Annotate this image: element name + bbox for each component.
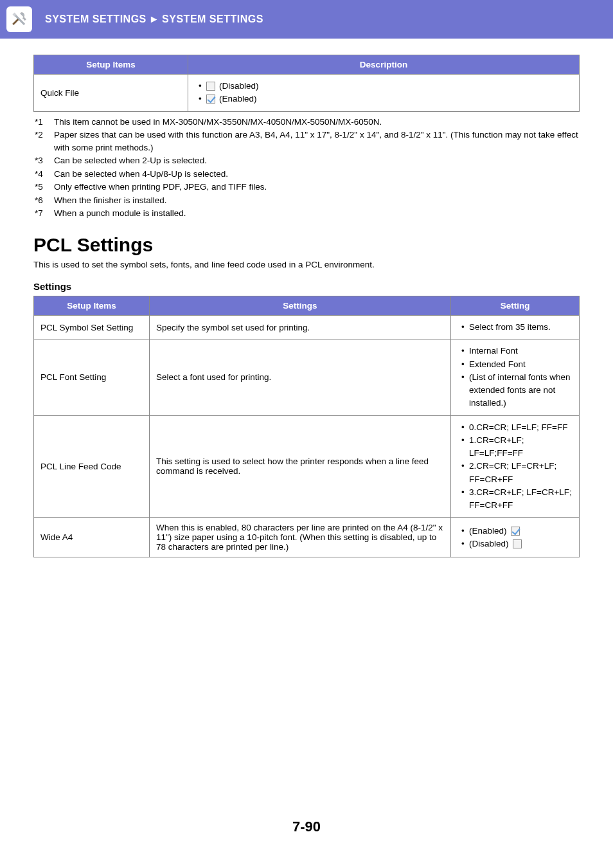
tools-icon <box>6 6 32 32</box>
setting-value: Internal Font <box>461 345 573 357</box>
setting-value: Extended Font <box>461 358 573 371</box>
table-row: Wide A4 When this is enabled, 80 charact… <box>34 518 580 557</box>
pcl-symbol-set-label: PCL Symbol Set Setting <box>34 316 150 339</box>
pcl-symbol-set-desc: Specify the symbol set used for printing… <box>150 316 451 339</box>
setting-value: 3.CR=CR+LF; LF=CR+LF; FF=CR+FF <box>461 486 573 512</box>
fn-marker: *2 <box>35 129 48 154</box>
quick-file-table: Setup Items Description Quick File (Disa… <box>33 55 580 112</box>
table-row: PCL Line Feed Code This setting is used … <box>34 415 580 518</box>
fn-text: This item cannot be used in MX-3050N/MX-… <box>54 116 382 129</box>
fn-marker: *3 <box>35 154 48 167</box>
option-enabled-label: (Enabled) <box>469 525 507 538</box>
setting-value: 1.CR=CR+LF; LF=LF;FF=FF <box>461 434 573 460</box>
pcl-line-feed-setting: 0.CR=CR; LF=LF; FF=FF 1.CR=CR+LF; LF=LF;… <box>451 415 580 518</box>
settings-subheading: Settings <box>33 281 580 292</box>
pcl-settings-title: PCL Settings <box>33 234 580 256</box>
checkbox-unchecked-icon <box>206 82 215 91</box>
col-settings: Settings <box>150 296 451 316</box>
wide-a4-label: Wide A4 <box>34 518 150 557</box>
option-disabled: (Disabled) <box>461 538 573 550</box>
fn-text: When the finisher is installed. <box>54 194 167 207</box>
table-row: Quick File (Disabled) (Enabled) <box>34 75 580 112</box>
fn-marker: *7 <box>35 207 48 220</box>
pcl-font-desc: Select a font used for printing. <box>150 339 451 415</box>
setting-value: (List of internal fonts when extended fo… <box>461 371 573 410</box>
col-setup-items: Setup Items <box>34 55 188 75</box>
pcl-symbol-set-setting: Select from 35 items. <box>451 316 580 339</box>
breadcrumb-arrow-icon: ► <box>149 14 159 25</box>
col-description: Description <box>188 55 580 75</box>
wide-a4-desc: When this is enabled, 80 characters per … <box>150 518 451 557</box>
fn-text: Paper sizes that can be used with this f… <box>54 129 580 154</box>
option-disabled-label: (Disabled) <box>219 80 259 93</box>
checkbox-checked-icon <box>511 527 520 536</box>
setting-value: 2.CR=CR; LF=CR+LF; FF=CR+FF <box>461 460 573 486</box>
quick-file-label: Quick File <box>34 75 188 112</box>
pcl-settings-intro: This is used to set the symbol sets, fon… <box>33 260 580 269</box>
col-setup-items: Setup Items <box>34 296 150 316</box>
pcl-font-label: PCL Font Setting <box>34 339 150 415</box>
setting-value: Select from 35 items. <box>461 321 573 334</box>
checkbox-checked-icon <box>206 95 215 104</box>
option-enabled-label: (Enabled) <box>219 93 257 105</box>
fn-text: Can be selected when 2-Up is selected. <box>54 154 207 167</box>
pcl-line-feed-desc: This setting is used to select how the p… <box>150 415 451 518</box>
table-row: PCL Font Setting Select a font used for … <box>34 339 580 415</box>
breadcrumb-part-1: SYSTEM SETTINGS <box>45 14 147 24</box>
pcl-font-setting: Internal Font Extended Font (List of int… <box>451 339 580 415</box>
pcl-settings-table: Setup Items Settings Setting PCL Symbol … <box>33 296 580 557</box>
quick-file-options: (Disabled) (Enabled) <box>188 75 580 112</box>
setting-value: 0.CR=CR; LF=LF; FF=FF <box>461 421 573 434</box>
page-content: Setup Items Description Quick File (Disa… <box>0 39 613 574</box>
pcl-line-feed-label: PCL Line Feed Code <box>34 415 150 518</box>
header-bar: SYSTEM SETTINGS►SYSTEM SETTINGS <box>0 0 613 39</box>
fn-marker: *4 <box>35 168 48 181</box>
option-disabled-label: (Disabled) <box>469 538 509 550</box>
page-number: 7-90 <box>0 818 613 848</box>
wide-a4-setting: (Enabled) (Disabled) <box>451 518 580 557</box>
table-row: PCL Symbol Set Setting Specify the symbo… <box>34 316 580 339</box>
fn-marker: *1 <box>35 116 48 129</box>
col-setting: Setting <box>451 296 580 316</box>
fn-text: Can be selected when 4-Up/8-Up is select… <box>54 168 228 181</box>
footnotes: *1This item cannot be used in MX-3050N/M… <box>33 116 580 221</box>
breadcrumb: SYSTEM SETTINGS►SYSTEM SETTINGS <box>45 14 263 25</box>
fn-text: Only effective when printing PDF, JPEG, … <box>54 181 267 194</box>
fn-marker: *6 <box>35 194 48 207</box>
breadcrumb-part-2: SYSTEM SETTINGS <box>162 14 263 24</box>
fn-text: When a punch module is installed. <box>54 207 186 220</box>
option-enabled: (Enabled) <box>461 525 573 538</box>
option-disabled: (Disabled) <box>199 80 573 93</box>
fn-marker: *5 <box>35 181 48 194</box>
checkbox-unchecked-icon <box>513 539 522 548</box>
option-enabled: (Enabled) <box>199 93 573 105</box>
